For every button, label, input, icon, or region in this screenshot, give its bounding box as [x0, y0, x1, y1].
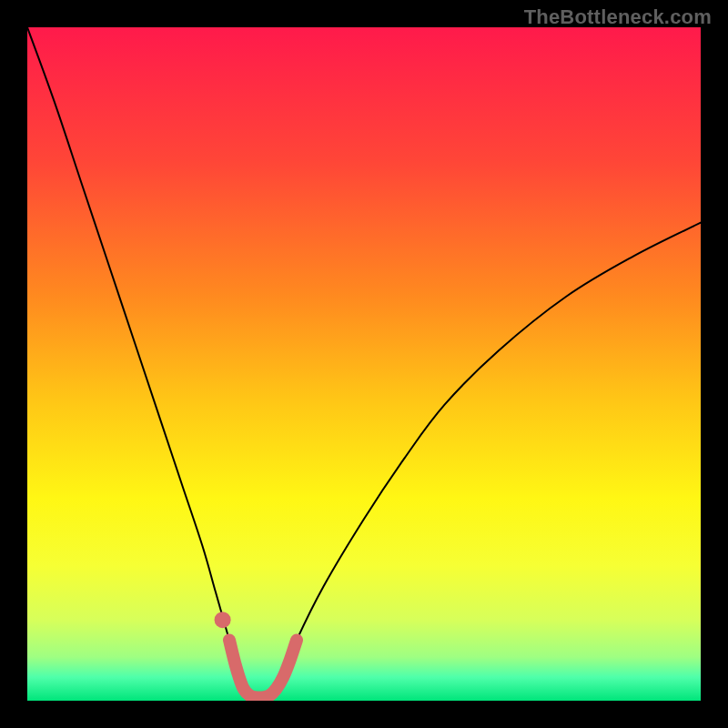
chart-background [27, 27, 701, 701]
marker-valley-dot [215, 612, 231, 628]
plot-area [27, 27, 701, 701]
chart-svg [27, 27, 701, 701]
watermark-text: TheBottleneck.com [524, 5, 712, 29]
chart-frame: TheBottleneck.com [0, 0, 728, 728]
